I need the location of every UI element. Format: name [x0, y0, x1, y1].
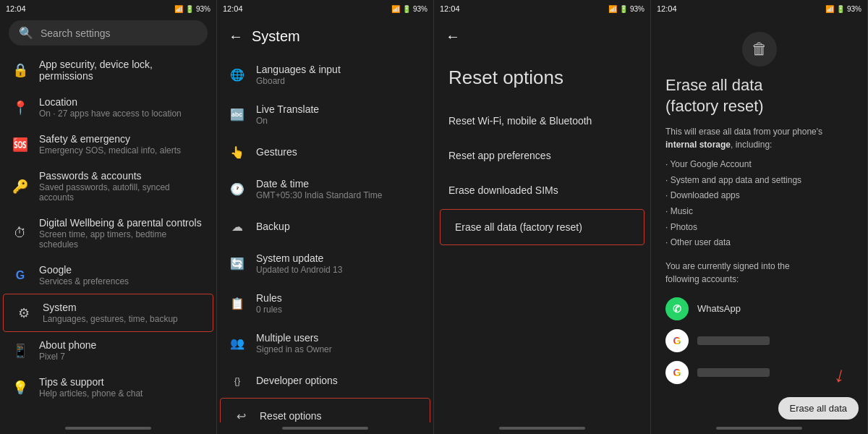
google-subtitle: Services & preferences: [39, 276, 205, 286]
translate-icon: 🔤: [229, 106, 246, 124]
system-icon: ⚙: [15, 305, 33, 322]
erase-all-button[interactable]: Erase all data: [778, 397, 859, 420]
google-g-icon-1: G: [673, 335, 681, 346]
passwords-title: Passwords & accounts: [39, 170, 205, 182]
backup-title: Backup: [256, 221, 422, 232]
backup-text: Backup: [256, 221, 422, 232]
google-title: Google: [39, 264, 205, 276]
about-title: About phone: [39, 339, 205, 351]
search-icon: 🔍: [19, 26, 33, 40]
erase-button-wrap: ↓ Erase all data: [651, 391, 867, 422]
about-text: About phone Pixel 7: [39, 339, 205, 362]
reset-list: Reset Wi-Fi, mobile & Bluetooth Reset ap…: [434, 103, 650, 422]
languages-text: Languages & input Gboard: [256, 64, 422, 86]
update-text: System update Updated to Android 13: [256, 252, 422, 275]
signal-icon-2: 📶: [391, 5, 400, 13]
battery-pct-3: 93%: [630, 5, 644, 13]
reset-icon: ↩: [232, 407, 250, 422]
signal-icon-1: 📶: [174, 5, 183, 13]
status-bar-3: 12:04 📶 🔋 93%: [434, 0, 650, 17]
system-item-datetime[interactable]: 🕐 Date & time GMT+05:30 India Standard T…: [217, 169, 433, 209]
system-item-reset[interactable]: ↩ Reset options: [220, 398, 430, 422]
system-item-multiuser[interactable]: 👥 Multiple users Signed in as Owner: [217, 323, 433, 363]
system-subtitle: Languages, gestures, time, backup: [43, 314, 201, 324]
settings-item-google[interactable]: G Google Services & preferences: [0, 257, 216, 294]
time-4: 12:04: [657, 4, 677, 13]
devopt-title: Developer options: [256, 375, 422, 386]
settings-item-tips[interactable]: 💡 Tips & support Help articles, phone & …: [0, 369, 216, 406]
back-arrow-reset[interactable]: ←: [446, 28, 460, 45]
gestures-text: Gestures: [256, 146, 422, 158]
security-text: App security, device lock, permissions: [39, 59, 205, 82]
security-icon: 🔒: [12, 61, 29, 79]
internal-storage-bold: internal storage: [665, 140, 731, 150]
battery-pct-1: 93%: [196, 5, 210, 13]
settings-item-location[interactable]: 📍 Location On · 27 apps have access to l…: [0, 89, 216, 126]
system-panel-title: System: [252, 28, 300, 45]
time-2: 12:04: [223, 4, 243, 13]
system-item-translate[interactable]: 🔤 Live Translate On: [217, 95, 433, 135]
bottom-bar-4: [716, 427, 803, 430]
update-subtitle: Updated to Android 13: [256, 265, 422, 275]
safety-icon: 🆘: [12, 136, 29, 153]
bottom-bar-1: [65, 427, 152, 430]
battery-pct-4: 93%: [847, 5, 861, 13]
reset-app-text: Reset app preferences: [448, 150, 636, 161]
battery-pct-2: 93%: [413, 5, 427, 13]
reset-item-app-prefs[interactable]: Reset app preferences: [434, 138, 650, 173]
backup-icon: ☁: [229, 218, 246, 235]
reset-item-sims[interactable]: Erase downloaded SIMs: [434, 173, 650, 208]
wellbeing-icon: ⏱: [12, 225, 29, 242]
gestures-icon: 👆: [229, 143, 246, 161]
signal-icon-4: 📶: [825, 5, 834, 13]
time-3: 12:04: [440, 4, 460, 13]
update-title: System update: [256, 252, 422, 264]
translate-text: Live Translate On: [256, 103, 422, 126]
system-item-devopt[interactable]: {} Developer options: [217, 363, 433, 398]
tips-text: Tips & support Help articles, phone & ch…: [39, 376, 205, 399]
settings-item-security[interactable]: 🔒 App security, device lock, permissions: [0, 51, 216, 89]
system-item-gestures[interactable]: 👆 Gestures: [217, 135, 433, 169]
languages-icon: 🌐: [229, 67, 246, 84]
about-subtitle: Pixel 7: [39, 352, 205, 362]
panel-system: 12:04 📶 🔋 93% ← System 🌐 Languages & inp…: [217, 0, 434, 434]
system-item-rules[interactable]: 📋 Rules 0 rules: [217, 284, 433, 323]
status-bar-1: 12:04 📶 🔋 93%: [0, 0, 216, 17]
battery-icon-3: 🔋: [619, 5, 628, 13]
reset-item-wifi[interactable]: Reset Wi-Fi, mobile & Bluetooth: [434, 103, 650, 138]
settings-item-wellbeing[interactable]: ⏱ Digital Wellbeing & parental controls …: [0, 210, 216, 257]
translate-subtitle: On: [256, 116, 422, 126]
translate-title: Live Translate: [256, 103, 422, 115]
multiuser-text: Multiple users Signed in as Owner: [256, 332, 422, 354]
reset-factory-text: Erase all data (factory reset): [455, 221, 629, 233]
google-text: Google Services & preferences: [39, 264, 205, 286]
rules-subtitle: 0 rules: [256, 305, 422, 315]
passwords-icon: 🔑: [12, 178, 29, 195]
system-item-backup[interactable]: ☁ Backup: [217, 209, 433, 244]
safety-subtitle: Emergency SOS, medical info, alerts: [39, 145, 205, 156]
panel-erase: 12:04 📶 🔋 93% 🗑 Erase all data(factory r…: [651, 0, 868, 434]
trash-icon: 🗑: [742, 32, 777, 67]
settings-item-passwords[interactable]: 🔑 Passwords & accounts Saved passwords, …: [0, 163, 216, 210]
whatsapp-icon: ✆: [673, 303, 681, 315]
settings-item-safety[interactable]: 🆘 Safety & emergency Emergency SOS, medi…: [0, 126, 216, 163]
status-icons-3: 📶 🔋 93%: [608, 5, 644, 13]
search-bar[interactable]: 🔍 Search settings: [9, 20, 208, 46]
reset-text: Reset options: [260, 410, 418, 422]
whatsapp-avatar: ✆: [665, 297, 689, 320]
wellbeing-title: Digital Wellbeing & parental controls: [39, 217, 205, 229]
google-avatar-2: G: [665, 361, 689, 384]
rules-icon: 📋: [229, 295, 246, 312]
back-arrow-system[interactable]: ←: [229, 28, 243, 45]
reset-item-factory[interactable]: Erase all data (factory reset): [440, 209, 644, 245]
multiuser-subtitle: Signed in as Owner: [256, 344, 422, 354]
settings-item-system[interactable]: ⚙ System Languages, gestures, time, back…: [3, 294, 213, 332]
google-avatar-1: G: [665, 329, 689, 352]
system-item-languages[interactable]: 🌐 Languages & input Gboard: [217, 55, 433, 95]
settings-item-about[interactable]: 📱 About phone Pixel 7: [0, 332, 216, 369]
bottom-bar-3: [499, 427, 586, 430]
rules-title: Rules: [256, 292, 422, 304]
system-item-update[interactable]: 🔄 System update Updated to Android 13: [217, 244, 433, 284]
devopt-text: Developer options: [256, 375, 422, 386]
bottom-bar-2: [282, 427, 369, 430]
